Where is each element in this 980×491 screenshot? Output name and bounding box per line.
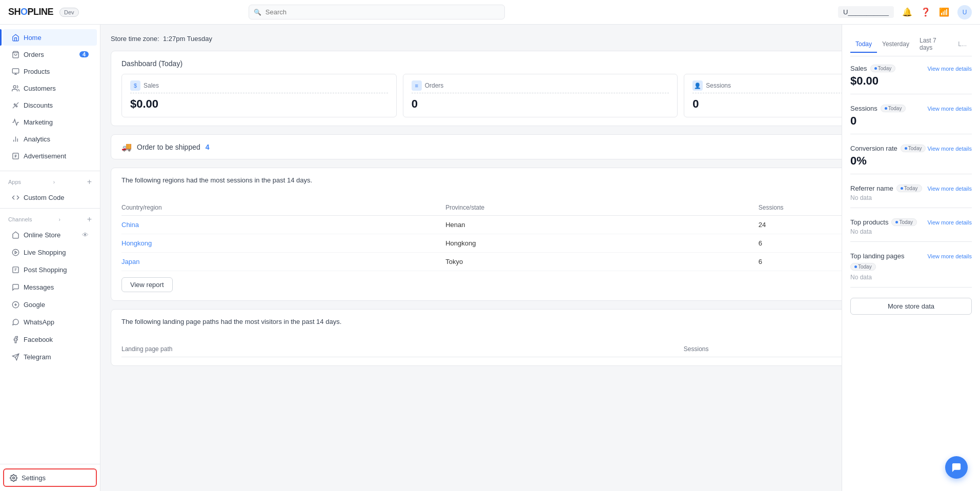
sidebar-item-messages[interactable]: Messages <box>3 279 97 295</box>
svg-point-18 <box>12 477 14 479</box>
stat-referrer-divider <box>850 208 972 208</box>
svg-marker-13 <box>15 251 17 254</box>
metric-orders: ≡ Orders 0 <box>403 74 678 117</box>
facebook-icon <box>11 335 19 343</box>
stat-top-products: Top products Today View more details No … <box>850 218 972 242</box>
stat-referrer-view-more[interactable]: View more details <box>927 186 972 192</box>
bell-icon[interactable]: 🔔 <box>902 7 912 17</box>
apps-add-button[interactable]: + <box>87 177 92 187</box>
sidebar-item-discounts[interactable]: Discounts <box>3 97 97 113</box>
metric-orders-value: 0 <box>412 97 669 111</box>
help-icon[interactable]: ❓ <box>921 7 931 17</box>
eye-icon: 👁 <box>82 231 89 239</box>
metric-orders-label: ≡ Orders <box>412 80 669 93</box>
stat-top-products-divider <box>850 241 972 242</box>
stat-sales-view-more[interactable]: View more details <box>927 66 972 72</box>
whatsapp-icon <box>11 318 19 326</box>
timezone-label: Store time zone: <box>111 35 159 43</box>
stat-sessions-view-more[interactable]: View more details <box>927 106 972 112</box>
sidebar-item-home[interactable]: Home <box>3 29 97 46</box>
landing-card-header: The following landing page paths had the… <box>121 318 959 327</box>
sidebar-item-whatsapp[interactable]: WhatsApp <box>3 314 97 330</box>
view-report-button[interactable]: View report <box>121 277 173 292</box>
orders-icon <box>11 50 19 58</box>
stat-sales-header: Sales Today View more details <box>850 65 972 72</box>
col-landing-path: Landing page path <box>121 341 684 357</box>
chat-fab-button[interactable] <box>945 456 968 479</box>
stat-top-products-badge: Today <box>891 218 917 226</box>
stat-referrer: Referrer name Today View more details No… <box>850 185 972 208</box>
stat-top-landing-view-more[interactable]: View more details <box>927 253 972 259</box>
channels-label: Channels <box>8 216 32 222</box>
sidebar-label-discounts: Discounts <box>24 101 53 109</box>
landing-card-title: The following landing page paths had the… <box>121 318 341 325</box>
home-icon <box>11 33 19 42</box>
sidebar-item-post-shopping[interactable]: Post Shopping <box>3 261 97 278</box>
sessions-table: Country/region Province/state Sessions C… <box>121 200 959 271</box>
sidebar-label-telegram: Telegram <box>24 353 51 361</box>
stat-sessions-header: Sessions Today View more details <box>850 105 972 112</box>
sidebar-label-advertisement: Advertisement <box>24 152 66 160</box>
sidebar-item-products[interactable]: Products <box>3 63 97 79</box>
dashboard-card-header: Dashboard (Today) More real-time data <box>111 51 969 74</box>
stat-sales-badge: Today <box>870 65 896 72</box>
sidebar-item-customers[interactable]: Customers <box>3 80 97 96</box>
col-country: Country/region <box>121 200 445 216</box>
live-icon <box>11 248 19 256</box>
post-icon <box>11 265 19 274</box>
stat-sales: Sales Today View more details $0.00 <box>850 65 972 94</box>
ship-truck-icon: 🚚 <box>121 142 132 152</box>
cell-province: Tokyo <box>445 253 759 271</box>
sidebar-label-analytics: Analytics <box>24 135 50 143</box>
sales-icon: $ <box>130 80 140 91</box>
sidebar-label-whatsapp: WhatsApp <box>24 318 54 326</box>
tab-more[interactable]: L... <box>953 36 972 53</box>
divider-1 <box>0 171 100 171</box>
landing-table: Landing page path Sessions <box>121 341 959 357</box>
landing-pages-card: The following landing page paths had the… <box>111 309 970 366</box>
stat-conversion-value: 0% <box>850 154 972 168</box>
stat-top-products-no-data: No data <box>850 228 972 235</box>
divider-2 <box>0 208 100 209</box>
sidebar-item-live-shopping[interactable]: Live Shopping <box>3 244 97 260</box>
search-input[interactable] <box>249 5 505 19</box>
settings-label: Settings <box>22 474 46 482</box>
settings-item[interactable]: Settings <box>3 468 97 487</box>
ship-card-left: 🚚 Order to be shipped 4 <box>121 142 210 152</box>
metrics-row: $ Sales $0.00 ≡ Orders 0 👤 Sessions 0 <box>111 74 969 126</box>
topbar-right: U___________ 🔔 ❓ 📶 U <box>838 5 972 19</box>
more-store-data-button[interactable]: More store data <box>850 298 972 315</box>
sidebar-item-online-store[interactable]: Online Store 👁 <box>3 227 97 243</box>
settings-icon <box>9 474 17 482</box>
sidebar-item-advertisement[interactable]: Advertisement <box>3 148 97 164</box>
sidebar-item-analytics[interactable]: Analytics <box>3 131 97 147</box>
tab-today[interactable]: Today <box>850 36 877 53</box>
table-row: China Henan 24 <box>121 216 959 234</box>
ship-count: 4 <box>206 143 210 151</box>
tab-yesterday[interactable]: Yesterday <box>877 36 914 53</box>
stat-conversion-view-more[interactable]: View more details <box>927 146 972 152</box>
sidebar-item-google[interactable]: Google <box>3 296 97 313</box>
tab-last7[interactable]: Last 7 days <box>914 33 951 56</box>
stat-top-landing-header: Top landing pages View more details <box>850 252 972 260</box>
sidebar-label-online-store: Online Store <box>24 231 60 239</box>
stat-referrer-badge: Today <box>896 185 922 192</box>
sidebar-item-facebook[interactable]: Facebook <box>3 331 97 347</box>
sidebar-item-custom-code[interactable]: Custom Code <box>3 189 97 206</box>
apps-chevron: › <box>53 179 55 185</box>
stat-conversion-badge: Today <box>901 145 926 152</box>
table-row: Japan Tokyo 6 <box>121 253 959 271</box>
stat-top-products-view-more[interactable]: View more details <box>927 219 972 226</box>
sidebar-label-messages: Messages <box>24 283 54 291</box>
stat-referrer-header: Referrer name Today View more details <box>850 185 972 192</box>
channels-add-button[interactable]: + <box>87 215 92 224</box>
stat-top-landing-badge: Today <box>850 263 876 271</box>
orders-badge: 4 <box>79 51 89 57</box>
svg-point-4 <box>13 85 16 88</box>
sidebar-item-telegram[interactable]: Telegram <box>3 349 97 365</box>
store-icon <box>11 231 19 239</box>
sidebar-item-orders[interactable]: Orders 4 <box>3 46 97 63</box>
avatar[interactable]: U <box>957 5 972 19</box>
ship-card[interactable]: 🚚 Order to be shipped 4 › <box>111 134 970 159</box>
sidebar-item-marketing[interactable]: Marketing <box>3 114 97 130</box>
